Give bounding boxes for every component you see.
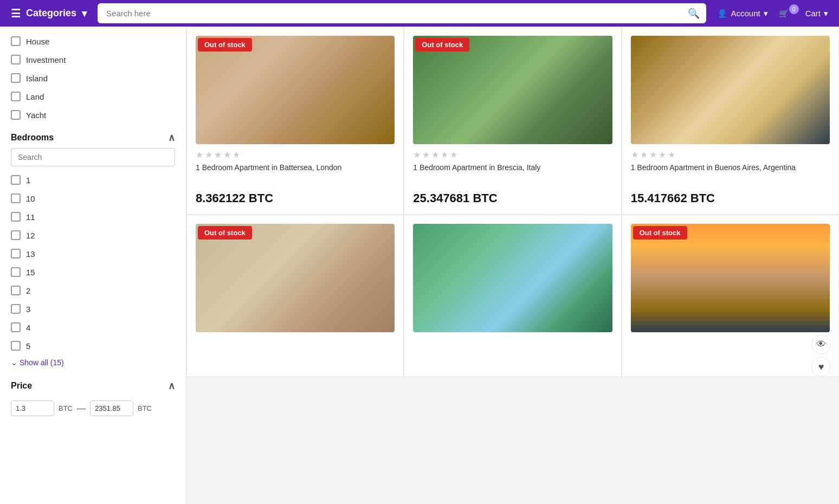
cart-menu[interactable]: 🛒 0 Cart ▾	[779, 9, 828, 18]
product-image-6	[631, 224, 830, 332]
category-checkbox-house[interactable]	[11, 36, 21, 46]
bedroom-item-11[interactable]: 11	[11, 208, 175, 226]
show-all-label: Show all (15)	[20, 358, 64, 367]
category-checkbox-land[interactable]	[11, 92, 21, 101]
hamburger-icon: ☰	[11, 7, 21, 20]
cart-arrow-icon: ▾	[824, 9, 828, 18]
bedroom-label-15: 15	[26, 268, 35, 277]
star-2-5: ★	[450, 150, 457, 160]
star-rating-3: ★ ★ ★ ★ ★	[631, 150, 830, 160]
star-1-1: ★	[196, 150, 203, 160]
product-title-1: 1 Bedroom Apartment in Battersea, London	[196, 163, 395, 185]
price-min-currency: BTC	[59, 404, 73, 412]
show-all-bedrooms-link[interactable]: ⌄ Show all (15)	[11, 358, 175, 367]
bedroom-item-13[interactable]: 13	[11, 244, 175, 263]
product-grid: Out of stock ★ ★ ★ ★ ★ 1 Bedroom Apartme…	[186, 27, 839, 504]
cart-icon: 🛒	[779, 9, 789, 18]
product-price-1: 8.362122 BTC	[196, 191, 395, 205]
category-item-land[interactable]: Land	[11, 87, 175, 106]
star-3-1: ★	[631, 150, 638, 160]
category-item-investment[interactable]: Investment	[11, 50, 175, 69]
bedroom-checkbox-4[interactable]	[11, 322, 21, 332]
bedroom-checkbox-2[interactable]	[11, 286, 21, 295]
product-price-2: 25.347681 BTC	[413, 191, 612, 205]
bedrooms-chevron-icon[interactable]: ∧	[168, 132, 175, 144]
categories-menu[interactable]: ☰ Categories ▾	[11, 7, 87, 20]
star-2-4: ★	[441, 150, 448, 160]
search-input[interactable]	[98, 3, 706, 23]
bedroom-checkbox-10[interactable]	[11, 193, 21, 203]
price-section-title: Price	[11, 381, 32, 391]
bedroom-label-4: 4	[26, 323, 30, 332]
product-image-3	[631, 36, 830, 144]
price-range: BTC — BTC	[11, 400, 175, 416]
view-button-6[interactable]: 👁	[811, 334, 831, 354]
star-3-2: ★	[640, 150, 648, 160]
search-icon: 🔍	[688, 8, 700, 20]
product-image-4	[196, 224, 395, 332]
cart-label: Cart	[805, 9, 821, 18]
bedroom-item-5[interactable]: 5	[11, 337, 175, 355]
category-item-house[interactable]: House	[11, 32, 175, 50]
star-rating-2: ★ ★ ★ ★ ★	[413, 150, 612, 160]
show-all-chevron-icon: ⌄	[11, 358, 17, 367]
bedroom-item-4[interactable]: 4	[11, 318, 175, 337]
bedroom-item-12[interactable]: 12	[11, 226, 175, 244]
bedroom-checkbox-5[interactable]	[11, 341, 21, 351]
bedroom-checkbox-13[interactable]	[11, 249, 21, 259]
category-checkbox-yacht[interactable]	[11, 110, 21, 120]
bedroom-checkbox-11[interactable]	[11, 212, 21, 222]
header: ☰ Categories ▾ 🔍 👤 Account ▾ 🛒 0 Cart ▾	[0, 0, 839, 27]
bedroom-item-15[interactable]: 15	[11, 263, 175, 281]
bedrooms-section-header: Bedrooms ∧	[11, 124, 175, 148]
star-3-4: ★	[659, 150, 666, 160]
out-of-stock-badge-1: Out of stock	[198, 38, 252, 51]
star-3-5: ★	[668, 150, 675, 160]
bedroom-checkbox-12[interactable]	[11, 230, 21, 240]
category-label-yacht: Yacht	[26, 111, 46, 120]
account-label: Account	[731, 9, 760, 18]
category-item-yacht[interactable]: Yacht	[11, 106, 175, 124]
out-of-stock-badge-4: Out of stock	[198, 226, 252, 240]
category-checkbox-investment[interactable]	[11, 55, 21, 64]
bedrooms-search-input[interactable]	[11, 148, 175, 166]
price-max-input[interactable]	[90, 400, 133, 416]
category-checkbox-island[interactable]	[11, 73, 21, 83]
bedroom-checkbox-1[interactable]	[11, 175, 21, 185]
price-min-input[interactable]	[11, 400, 54, 416]
bedroom-label-10: 10	[26, 194, 35, 203]
category-label-land: Land	[26, 92, 44, 101]
out-of-stock-badge-2: Out of stock	[415, 38, 469, 51]
categories-arrow-icon: ▾	[82, 8, 87, 20]
bedroom-label-2: 2	[26, 286, 30, 295]
bedroom-checkbox-15[interactable]	[11, 267, 21, 277]
bedroom-label-11: 11	[26, 212, 35, 222]
product-card-3: ★ ★ ★ ★ ★ 1 Bedroom Apartment in Buenos …	[622, 27, 839, 215]
product-card-4: Out of stock	[186, 215, 404, 377]
bedroom-item-10[interactable]: 10	[11, 189, 175, 208]
star-3-3: ★	[649, 150, 657, 160]
bedroom-label-3: 3	[26, 305, 30, 314]
bedroom-label-5: 5	[26, 341, 30, 351]
account-menu[interactable]: 👤 Account ▾	[717, 9, 767, 18]
product-image-2	[413, 36, 612, 144]
product-card-5	[404, 215, 621, 377]
price-max-currency: BTC	[138, 404, 152, 412]
bedroom-checkbox-3[interactable]	[11, 304, 21, 314]
star-1-4: ★	[223, 150, 231, 160]
bedroom-item-1[interactable]: 1	[11, 171, 175, 189]
category-label-investment: Investment	[26, 55, 66, 64]
category-label-island: Island	[26, 74, 48, 83]
star-1-2: ★	[205, 150, 212, 160]
wishlist-button-6[interactable]: ♥	[811, 357, 831, 377]
price-chevron-icon[interactable]: ∧	[168, 380, 175, 392]
bedroom-label-13: 13	[26, 249, 35, 259]
bedroom-item-3[interactable]: 3	[11, 300, 175, 318]
product-card-6: Out of stock 👁 ♥	[622, 215, 839, 377]
sidebar: House Investment Island Land Yacht Bedro…	[0, 27, 186, 504]
category-item-island[interactable]: Island	[11, 69, 175, 87]
categories-label: Categories	[26, 8, 76, 19]
out-of-stock-badge-6: Out of stock	[633, 226, 687, 240]
bedroom-item-2[interactable]: 2	[11, 281, 175, 300]
bedroom-label-1: 1	[26, 176, 30, 185]
